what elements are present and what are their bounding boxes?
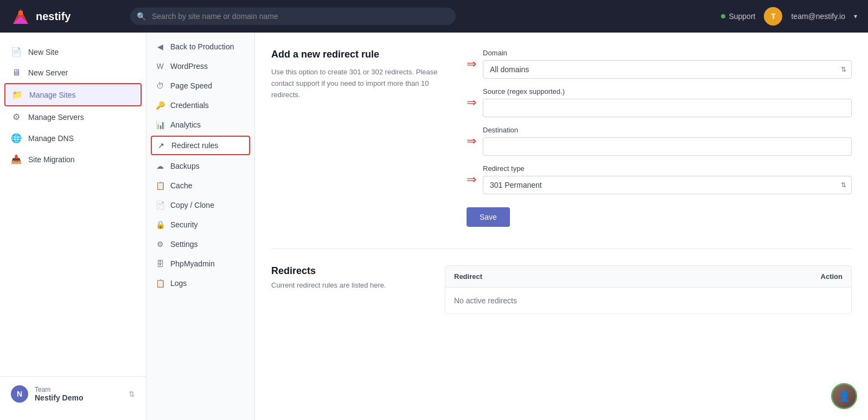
source-arrow-row: ⇒ Source (regex supported.) bbox=[467, 87, 852, 117]
destination-arrow-row: ⇒ Destination bbox=[467, 126, 852, 156]
analytics-icon: 📊 bbox=[155, 120, 165, 129]
user-email[interactable]: team@nestify.io bbox=[791, 12, 845, 21]
sidebar-item-label-new-server: New Server bbox=[28, 68, 68, 77]
user-avatar[interactable]: T bbox=[764, 7, 782, 26]
section-divider bbox=[271, 249, 852, 249]
sidebar-item-new-site[interactable]: 📄 New Site bbox=[0, 41, 146, 62]
mid-item-page-speed[interactable]: ⏱ Page Speed bbox=[146, 76, 254, 96]
redirect-type-select[interactable]: 301 Permanent 302 Temporary bbox=[483, 176, 852, 194]
sidebar-item-manage-dns[interactable]: 🌐 Manage DNS bbox=[0, 128, 146, 149]
domain-select[interactable]: All domains bbox=[483, 60, 852, 79]
sidebar-item-site-migration[interactable]: 📥 Site Migration bbox=[0, 149, 146, 170]
mid-item-label-credentials: Credentials bbox=[170, 101, 209, 110]
team-label: Team bbox=[35, 386, 122, 393]
support-status-dot bbox=[721, 14, 725, 18]
col-redirect: Redirect bbox=[454, 272, 482, 281]
mid-item-analytics[interactable]: 📊 Analytics bbox=[146, 115, 254, 135]
domain-arrow-indicator: ⇒ bbox=[467, 57, 476, 71]
domain-arrow-row: ⇒ Domain All domains ⇅ bbox=[467, 49, 852, 79]
redirects-desc-text: Current redirect rules are listed here. bbox=[271, 281, 423, 289]
nestify-logo-icon bbox=[11, 7, 30, 26]
mid-item-label-cache: Cache bbox=[170, 181, 192, 190]
svg-rect-3 bbox=[18, 11, 23, 15]
mid-item-phpmyadmin[interactable]: 🗄 PhpMyadmin bbox=[146, 254, 254, 273]
backups-icon: ☁ bbox=[155, 162, 165, 170]
redirects-table: Redirect Action No active redirects bbox=[445, 265, 852, 314]
team-avatar: N bbox=[11, 385, 28, 403]
mid-item-label-wordpress: WordPress bbox=[170, 62, 208, 71]
add-redirect-section: Add a new redirect rule Use this option … bbox=[271, 49, 852, 227]
sidebar-item-label-manage-sites: Manage Sites bbox=[29, 91, 76, 99]
credentials-icon: 🔑 bbox=[155, 101, 165, 110]
mid-item-back-to-production[interactable]: ◀ Back to Production bbox=[146, 37, 254, 56]
domain-select-wrapper: All domains ⇅ bbox=[483, 60, 852, 79]
redirect-type-arrow-row: ⇒ Redirect type 301 Permanent 302 Tempor… bbox=[467, 164, 852, 194]
left-sidebar: 📄 New Site 🖥 New Server 📁 Manage Sites ⚙… bbox=[0, 33, 146, 420]
new-server-icon: 🖥 bbox=[11, 68, 22, 78]
bottom-right-user-avatar[interactable]: 👤 bbox=[831, 383, 857, 409]
mid-item-backups[interactable]: ☁ Backups bbox=[146, 156, 254, 176]
main-content: Add a new redirect rule Use this option … bbox=[255, 33, 868, 420]
domain-label: Domain bbox=[483, 49, 852, 57]
manage-servers-icon: ⚙ bbox=[11, 112, 22, 122]
support-indicator: Support bbox=[721, 12, 755, 21]
phpmyadmin-icon: 🗄 bbox=[155, 259, 165, 268]
user-dropdown-arrow[interactable]: ▾ bbox=[854, 12, 857, 20]
domain-field-group: ⇒ Domain All domains ⇅ bbox=[467, 49, 852, 79]
team-section: N Team Nestify Demo ⇅ bbox=[0, 376, 146, 411]
mid-item-label-redirect-rules: Redirect rules bbox=[171, 141, 218, 150]
sidebar-item-new-server[interactable]: 🖥 New Server bbox=[0, 62, 146, 83]
manage-sites-icon: 📁 bbox=[12, 90, 23, 100]
mid-item-logs[interactable]: 📋 Logs bbox=[146, 273, 254, 293]
sidebar-item-manage-servers[interactable]: ⚙ Manage Servers bbox=[0, 106, 146, 128]
mid-item-label-settings: Settings bbox=[170, 240, 198, 249]
app-header: nestify 🔍 Support T team@nestify.io ▾ bbox=[0, 0, 868, 33]
source-label: Source (regex supported.) bbox=[483, 87, 852, 96]
sidebar-item-label-site-migration: Site Migration bbox=[28, 155, 75, 164]
team-info: Team Nestify Demo bbox=[35, 386, 122, 402]
sidebar-item-label-manage-servers: Manage Servers bbox=[28, 113, 84, 122]
save-button[interactable]: Save bbox=[467, 207, 510, 227]
back-icon: ◀ bbox=[155, 42, 165, 51]
copy-clone-icon: 📄 bbox=[155, 201, 165, 209]
mid-item-copy-clone[interactable]: 📄 Copy / Clone bbox=[146, 195, 254, 215]
form-description: Add a new redirect rule Use this option … bbox=[271, 49, 445, 227]
search-icon: 🔍 bbox=[137, 12, 146, 21]
col-action: Action bbox=[821, 272, 843, 281]
source-input[interactable] bbox=[483, 99, 852, 117]
destination-arrow-indicator: ⇒ bbox=[467, 134, 476, 148]
search-input[interactable] bbox=[130, 8, 456, 25]
form-description-text: Use this option to create 301 or 302 red… bbox=[271, 67, 445, 100]
mid-item-wordpress[interactable]: W WordPress bbox=[146, 56, 254, 76]
security-icon: 🔒 bbox=[155, 220, 165, 229]
sidebar-item-manage-sites[interactable]: 📁 Manage Sites bbox=[4, 83, 142, 106]
logs-icon: 📋 bbox=[155, 279, 165, 288]
site-migration-icon: 📥 bbox=[11, 154, 22, 164]
team-dropdown-arrow[interactable]: ⇅ bbox=[129, 390, 135, 398]
cache-icon: 📋 bbox=[155, 181, 165, 190]
mid-item-security[interactable]: 🔒 Security bbox=[146, 215, 254, 234]
logo-text: nestify bbox=[36, 10, 71, 23]
redirect-rules-icon: ↗ bbox=[156, 141, 166, 150]
team-site-name: Nestify Demo bbox=[35, 393, 122, 402]
destination-label: Destination bbox=[483, 126, 852, 134]
new-site-icon: 📄 bbox=[11, 47, 22, 57]
mid-item-label-copy-clone: Copy / Clone bbox=[170, 201, 214, 209]
source-field-group: ⇒ Source (regex supported.) bbox=[467, 87, 852, 117]
mid-item-label-backups: Backups bbox=[170, 162, 200, 170]
sidebar-item-label-new-site: New Site bbox=[28, 48, 59, 56]
mid-item-credentials[interactable]: 🔑 Credentials bbox=[146, 96, 254, 115]
avatar-image: 👤 bbox=[832, 384, 856, 408]
form-title: Add a new redirect rule bbox=[271, 49, 445, 60]
form-fields: ⇒ Domain All domains ⇅ bbox=[467, 49, 852, 227]
destination-input[interactable] bbox=[483, 137, 852, 156]
mid-item-label-page-speed: Page Speed bbox=[170, 81, 212, 90]
mid-item-cache[interactable]: 📋 Cache bbox=[146, 176, 254, 195]
redirects-description: Redirects Current redirect rules are lis… bbox=[271, 265, 423, 314]
middle-sidebar: ◀ Back to Production W WordPress ⏱ Page … bbox=[146, 33, 255, 420]
mid-item-label-back: Back to Production bbox=[170, 42, 234, 51]
mid-item-redirect-rules[interactable]: ↗ Redirect rules bbox=[151, 136, 250, 155]
logo-area: nestify bbox=[11, 7, 119, 26]
mid-item-settings[interactable]: ⚙ Settings bbox=[146, 234, 254, 254]
support-label[interactable]: Support bbox=[729, 12, 755, 21]
